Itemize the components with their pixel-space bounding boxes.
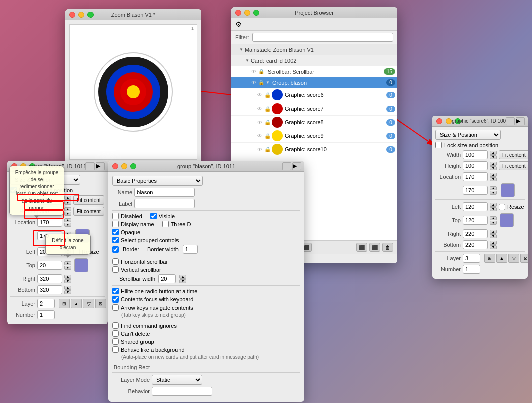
contents-focus-checkbox[interactable] <box>112 296 119 303</box>
layer-btn1[interactable]: ⊞ <box>59 299 70 308</box>
s6-left-down[interactable]: ▼ <box>490 207 497 211</box>
s6-min[interactable] <box>446 118 452 124</box>
bp-lock-btn[interactable] <box>282 162 291 170</box>
s6-w-down[interactable]: ▼ <box>490 155 497 159</box>
s6-left-input[interactable] <box>463 202 488 211</box>
location-x-input[interactable]: 170 <box>37 218 62 227</box>
tree-row-score6[interactable]: 👁 🔒 Graphic: score6 0 <box>231 88 397 102</box>
right-up[interactable]: ▲ <box>64 275 71 279</box>
pb-paste-icon[interactable]: ⬛ <box>369 243 380 252</box>
scrollbar-width-input[interactable] <box>158 274 176 283</box>
tree-row-score7[interactable]: 👁 🔒 Graphic: score7 0 <box>231 102 397 116</box>
s6-lock-btn[interactable] <box>506 117 515 125</box>
top-input[interactable]: 20 <box>37 261 62 270</box>
s6-right-down[interactable]: ▼ <box>490 234 497 238</box>
border-checkbox[interactable] <box>112 246 119 253</box>
s6-number-input[interactable] <box>463 265 480 274</box>
opaque-checkbox[interactable] <box>112 229 119 235</box>
name-input[interactable]: blason <box>134 188 195 197</box>
s6-loc-x-input[interactable] <box>463 172 488 181</box>
s6-right-input[interactable] <box>463 229 488 238</box>
bottom-input[interactable]: 320 <box>37 285 62 294</box>
label-input[interactable] <box>134 199 195 208</box>
tree-row-scrollbar[interactable]: 👁 🔒 Scrollbar: Scrollbar 15 <box>231 66 397 77</box>
pb-close-button[interactable] <box>235 10 241 16</box>
cant-delete-checkbox[interactable] <box>112 330 119 337</box>
tree-row-card[interactable]: ▼ Card: card id 1002 <box>231 55 397 66</box>
s6-lock-checkbox[interactable] <box>435 142 442 148</box>
s6-lx-down[interactable]: ▼ <box>490 177 497 181</box>
bottom-up[interactable]: ▲ <box>64 286 71 290</box>
s6-right-up[interactable]: ▲ <box>490 230 497 234</box>
bottom-down[interactable]: ▼ <box>64 290 71 294</box>
top-down[interactable]: ▼ <box>64 266 71 270</box>
select-grouped-checkbox[interactable] <box>112 237 119 243</box>
sw-up[interactable]: ▲ <box>179 275 186 279</box>
maximize-button[interactable] <box>87 12 94 18</box>
tree-row-score9[interactable]: 👁 🔒 Graphic: score9 0 <box>231 129 397 143</box>
minimize-button[interactable] <box>78 12 84 18</box>
visible-checkbox[interactable] <box>150 213 157 219</box>
tree-row-mainstack[interactable]: ▼ Mainstack: Zoom Blason V1 <box>231 44 397 55</box>
layer-mode-select[interactable]: Static <box>152 375 202 385</box>
hilite-checkbox[interactable] <box>112 288 119 294</box>
s6-bottom-down[interactable]: ▼ <box>490 245 497 249</box>
s6-width-fit[interactable]: Fit content <box>499 150 528 159</box>
behave-bg-checkbox[interactable] <box>112 346 119 353</box>
s6-bottom-input[interactable] <box>463 240 488 249</box>
width-up[interactable]: ▲ <box>64 196 71 200</box>
width-down[interactable]: ▼ <box>64 200 71 205</box>
s6-height-input[interactable] <box>463 161 488 170</box>
bp-dropdown[interactable]: Basic Properties <box>112 176 203 186</box>
s6-layer-input[interactable] <box>463 254 480 263</box>
s6-width-input[interactable] <box>463 150 488 159</box>
height-fit-content[interactable]: Fit content <box>73 207 104 216</box>
right-down[interactable]: ▼ <box>64 279 71 283</box>
border-width-input[interactable] <box>183 245 198 254</box>
layer-btn4[interactable]: ⊠ <box>95 299 106 308</box>
s6-play-btn[interactable]: ▶ <box>516 117 525 125</box>
s6-ly-down[interactable]: ▼ <box>490 191 497 195</box>
shared-group-checkbox[interactable] <box>112 338 119 345</box>
layer-btn3[interactable]: ▽ <box>83 299 94 308</box>
s6-layer-btn1[interactable]: ⊞ <box>484 254 495 263</box>
gi-play-btn[interactable]: ▶ <box>96 162 105 170</box>
arrow-keys-checkbox[interactable] <box>112 304 119 311</box>
pb-copy-icon[interactable]: ⬛ <box>356 243 367 252</box>
behavior-input[interactable] <box>152 387 212 396</box>
s6-h-up[interactable]: ▲ <box>490 162 497 166</box>
bp-max[interactable] <box>130 163 136 169</box>
s6-top-input[interactable] <box>463 216 488 225</box>
top-up[interactable]: ▲ <box>64 261 71 265</box>
s6-close[interactable] <box>436 118 442 124</box>
h-scrollbar-checkbox[interactable] <box>112 258 119 265</box>
s6-color-swatch[interactable] <box>501 183 515 197</box>
height-up[interactable]: ▲ <box>64 207 71 211</box>
s6-bottom-up[interactable]: ▲ <box>490 241 497 245</box>
s6-height-fit[interactable]: Fit content <box>499 161 528 170</box>
s6-top-swatch[interactable] <box>500 213 514 227</box>
close-button[interactable] <box>69 12 75 18</box>
width-fit-content[interactable]: Fit content <box>73 195 104 205</box>
s6-h-down[interactable]: ▼ <box>490 166 497 170</box>
s6-lx-up[interactable]: ▲ <box>490 173 497 177</box>
bp-min[interactable] <box>121 163 127 169</box>
s6-ly-up[interactable]: ▲ <box>490 186 497 190</box>
display-name-checkbox[interactable] <box>112 221 119 227</box>
top-color-swatch[interactable] <box>74 258 88 272</box>
s6-layer-btn2[interactable]: ▲ <box>496 254 507 263</box>
s6-top-up[interactable]: ▲ <box>490 216 497 220</box>
pb-delete-icon[interactable]: 🗑 <box>382 243 393 252</box>
s6-layer-btn4[interactable]: ⊠ <box>520 254 528 263</box>
locx-up[interactable]: ▲ <box>64 218 71 222</box>
disabled-checkbox[interactable] <box>112 213 119 219</box>
height-down[interactable]: ▼ <box>64 212 71 216</box>
sw-down[interactable]: ▼ <box>179 279 186 283</box>
gi-lock-btn[interactable] <box>85 162 95 170</box>
tree-row-group-blason[interactable]: 👁 🔒 ▼ Group: blason 0 <box>231 77 397 88</box>
locx-down[interactable]: ▼ <box>64 223 71 227</box>
tree-row-score8[interactable]: 👁 🔒 Graphic: score8 0 <box>231 116 397 129</box>
filter-input[interactable] <box>252 33 394 42</box>
s6-w-up[interactable]: ▲ <box>490 151 497 155</box>
s6-layer-btn3[interactable]: ▽ <box>508 254 519 263</box>
